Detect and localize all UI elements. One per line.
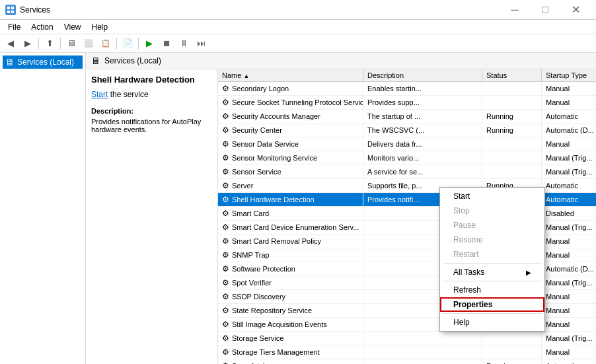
table-row[interactable]: ⚙Secondary LogonEnables startin...Manual… bbox=[218, 82, 596, 96]
main-content: 🖥 Services (Local) 🖥 Services (Local) Sh… bbox=[0, 53, 596, 364]
menu-file[interactable]: File bbox=[3, 20, 26, 34]
window-controls: ─ □ ✕ bbox=[500, 0, 591, 20]
toolbar-show-hide[interactable]: 🖥 bbox=[63, 36, 79, 52]
ctx-properties[interactable]: Properties bbox=[440, 297, 544, 312]
row-cell-startup: Manual (Trig... bbox=[542, 165, 596, 178]
row-cell-name: ⚙Smart Card bbox=[218, 207, 363, 220]
menu-view[interactable]: View bbox=[59, 20, 87, 34]
close-button[interactable]: ✕ bbox=[560, 0, 591, 20]
row-cell-startup: Manual (Trig... bbox=[542, 332, 596, 345]
row-cell-status bbox=[482, 346, 542, 359]
table-row[interactable]: ⚙Secure Socket Tunneling Protocol Servic… bbox=[218, 96, 596, 110]
col-header-startup[interactable]: Startup Type bbox=[542, 69, 596, 81]
row-cell-status bbox=[482, 165, 542, 178]
toolbar-stop[interactable]: ⏹ bbox=[159, 36, 174, 52]
table-row[interactable]: ⚙Storage ServiceManual (Trig...L... bbox=[218, 332, 596, 346]
toolbar-play[interactable]: ▶ bbox=[141, 36, 157, 52]
ctx-all-tasks-label: All Tasks bbox=[453, 268, 484, 277]
app-icon bbox=[5, 5, 16, 15]
row-cell-startup: Manual (Trig... bbox=[542, 276, 596, 289]
row-cell-name: ⚙Smart Card Device Enumeration Serv... bbox=[218, 221, 363, 234]
ctx-resume: Resume bbox=[440, 233, 544, 247]
toolbar-up[interactable]: ⬆ bbox=[42, 36, 57, 52]
row-icon: ⚙ bbox=[222, 84, 229, 93]
toolbar-btn-3[interactable]: ⬜ bbox=[81, 36, 96, 52]
tree-item-services-local[interactable]: 🖥 Services (Local) bbox=[3, 55, 83, 69]
rp-header-title: Services (Local) bbox=[104, 56, 161, 65]
table-row[interactable]: ⚙Sensor ServiceA service for se...Manual… bbox=[218, 165, 596, 179]
title-bar: Services ─ □ ✕ bbox=[0, 0, 596, 20]
rp-header-icon: 🖥 bbox=[91, 55, 100, 66]
row-cell-desc bbox=[363, 359, 482, 364]
services-tree-icon: 🖥 bbox=[5, 57, 15, 67]
row-icon: ⚙ bbox=[222, 153, 229, 163]
start-link[interactable]: Start bbox=[91, 90, 108, 99]
row-cell-startup: Manual bbox=[542, 137, 596, 151]
ctx-sep-3 bbox=[443, 313, 542, 314]
table-row[interactable]: ⚙SuperfetchRunningAutomaticL... bbox=[218, 359, 596, 364]
row-icon: ⚙ bbox=[222, 347, 229, 357]
row-cell-name: ⚙State Repository Service bbox=[218, 304, 363, 317]
right-panel: 🖥 Services (Local) Shell Hardware Detect… bbox=[86, 53, 596, 364]
ctx-restart: Restart bbox=[440, 247, 544, 262]
svg-rect-3 bbox=[11, 11, 14, 13]
menu-action[interactable]: Action bbox=[26, 20, 58, 34]
service-list[interactable]: Name ▲ Description Status Startup Type L… bbox=[218, 69, 596, 364]
row-icon: ⚙ bbox=[222, 126, 229, 135]
table-row[interactable]: ⚙Security CenterThe WSCSVC (...RunningAu… bbox=[218, 124, 596, 137]
toolbar-back[interactable]: ◀ bbox=[3, 36, 19, 52]
toolbar-separator-2 bbox=[60, 38, 61, 50]
table-row[interactable]: ⚙Sensor Data ServiceDelivers data fr...M… bbox=[218, 137, 596, 151]
row-cell-startup: Automatic (D... bbox=[542, 262, 596, 275]
row-cell-desc: Enables startin... bbox=[363, 82, 482, 95]
row-icon: ⚙ bbox=[222, 264, 229, 273]
service-description-section: Description: Provides notifications for … bbox=[91, 107, 212, 133]
ctx-start[interactable]: Start bbox=[440, 189, 544, 203]
row-icon: ⚙ bbox=[222, 306, 229, 315]
table-row[interactable]: ⚙Sensor Monitoring ServiceMonitors vario… bbox=[218, 151, 596, 165]
row-cell-name: ⚙Superfetch bbox=[218, 359, 363, 364]
row-cell-name: ⚙Secure Socket Tunneling Protocol Servic… bbox=[218, 96, 363, 109]
ctx-refresh[interactable]: Refresh bbox=[440, 283, 544, 297]
description-text: Provides notifications for AutoPlay hard… bbox=[91, 118, 201, 133]
toolbar-pause[interactable]: ⏸ bbox=[176, 36, 192, 52]
menu-help[interactable]: Help bbox=[87, 20, 114, 34]
col-header-name[interactable]: Name ▲ bbox=[218, 69, 363, 81]
row-cell-desc: Provides supp... bbox=[363, 96, 482, 109]
col-header-description[interactable]: Description bbox=[363, 69, 482, 81]
row-cell-startup: Manual bbox=[542, 96, 596, 109]
menu-bar: File Action View Help bbox=[0, 20, 596, 34]
ctx-arrow-icon: ▶ bbox=[526, 269, 531, 276]
row-icon: ⚙ bbox=[222, 167, 229, 176]
row-cell-desc: A service for se... bbox=[363, 165, 482, 178]
toolbar-btn-4[interactable]: 📋 bbox=[98, 36, 114, 52]
ctx-sep-1 bbox=[443, 263, 542, 264]
toolbar-restart[interactable]: ⏭ bbox=[193, 36, 209, 52]
toolbar-forward[interactable]: ▶ bbox=[20, 36, 36, 52]
row-cell-name: ⚙Security Accounts Manager bbox=[218, 110, 363, 123]
ctx-all-tasks[interactable]: All Tasks ▶ bbox=[440, 265, 544, 279]
row-icon: ⚙ bbox=[222, 98, 229, 107]
row-cell-startup: Manual bbox=[542, 235, 596, 248]
split-content: Shell Hardware Detection Start the servi… bbox=[86, 69, 596, 364]
table-row[interactable]: ⚙Security Accounts ManagerThe startup of… bbox=[218, 110, 596, 124]
col-header-status[interactable]: Status bbox=[482, 69, 542, 81]
row-cell-startup: Manual bbox=[542, 290, 596, 303]
row-icon: ⚙ bbox=[222, 139, 229, 149]
row-cell-status bbox=[482, 332, 542, 345]
toolbar-export[interactable]: 📄 bbox=[120, 36, 135, 52]
row-icon: ⚙ bbox=[222, 278, 229, 287]
row-cell-startup: Manual bbox=[542, 318, 596, 331]
left-panel: 🖥 Services (Local) bbox=[0, 53, 86, 364]
svg-rect-1 bbox=[11, 7, 14, 9]
maximize-button[interactable]: □ bbox=[530, 0, 560, 20]
row-cell-name: ⚙Storage Service bbox=[218, 332, 363, 345]
row-cell-startup: Manual (Trig... bbox=[542, 151, 596, 164]
toolbar: ◀ ▶ ⬆ 🖥 ⬜ 📋 📄 ▶ ⏹ ⏸ ⏭ bbox=[0, 34, 596, 53]
table-row[interactable]: ⚙Storage Tiers ManagementManualL... bbox=[218, 346, 596, 359]
row-cell-startup: Manual (Trig... bbox=[542, 221, 596, 234]
minimize-button[interactable]: ─ bbox=[500, 0, 530, 20]
window-title: Services bbox=[20, 5, 50, 15]
ctx-help[interactable]: Help bbox=[440, 315, 544, 330]
row-cell-startup: Manual bbox=[542, 346, 596, 359]
